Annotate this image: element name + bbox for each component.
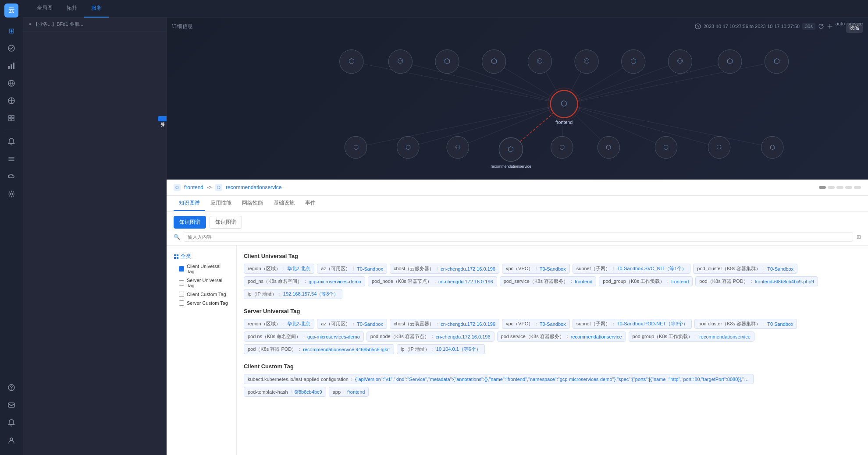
filter-item-client-custom[interactable]: Client Custom Tag [167,290,236,299]
srv-tag-ip: ip（IP 地址）：10.104.0.1（等6个） [397,344,485,354]
srv-tag-pod-node: pod node（K8s 容器节点）：cn-chengdu.172.16.0.1… [366,332,494,342]
svg-line-32 [564,104,719,148]
tag-vpc: vpc（VPC）：T0-Sandbox [502,264,570,274]
svg-point-14 [10,438,13,441]
svg-text:⚇: ⚇ [455,144,461,151]
sub-tab-knowledge-1[interactable]: 知识图谱 [174,216,206,229]
sidebar-icon-bell[interactable] [4,134,19,149]
svg-text:⬡: ⬡ [559,144,565,151]
service-path-arrow: -> [207,184,212,190]
filter-checkbox-3 [179,292,184,297]
pagination-dots [819,186,861,189]
graph-svg: ⬡ ⚇ ⬡ ⬡ ⚇ ⚇ ⬡ ⚇ ⬡ ⬡ ⬡ frontend [167,18,868,180]
detail-bottom: ⬡ frontend -> ⬡ recommendationservice [167,180,868,455]
filter-panel: 全类 Client Universal Tag Server Universal… [167,246,237,455]
client-custom-tag-title: Client Custom Tag [244,363,861,370]
client-universal-tag-section: Client Universal Tag region（区域）：华北2-北京 a… [244,253,861,299]
client-universal-tag-row-3: ip（IP 地址）：192.168.157.54（等8个） [244,289,861,299]
sidebar-icon-notification[interactable] [4,415,19,430]
left-panel-header: ✦ 【业务...】BFd1 业服... [23,18,166,32]
left-panel: ✦ 【业务...】BFd1 业服... 服务 [23,18,167,455]
sidebar-icon-globe[interactable] [4,93,19,109]
custom-tag-app: app：frontend [329,387,369,397]
tab-quanjutu[interactable]: 全局图 [30,0,60,18]
svg-text:⬡: ⬡ [770,144,775,151]
custom-tag-pod-template-hash: pod-template-hash：6f8b8cb4bc9 [244,387,326,397]
pagination-dot-1[interactable] [819,186,826,189]
sidebar-icon-cloud[interactable] [4,169,19,184]
graph-header: 详细信息 [172,23,193,30]
graph-timestamp: 2023-10-17 10:27:56 to 2023-10-17 10:27:… [695,23,833,30]
sidebar-icon-plugin[interactable] [4,110,19,126]
server-universal-tag-row-1: region（区域）：华北2-北京 az（可用区）：T0-Sandbox cho… [244,319,861,329]
svg-text:⚇: ⚇ [677,57,683,65]
pagination-dot-4[interactable] [845,186,852,189]
srv-tag-pod-group: pod group（K8s 工作负载）：recommendationservic… [629,332,754,342]
tag-pod-service: pod_service（K8s 容器服务）：frontend [500,276,597,286]
sidebar-icon-monitor[interactable] [4,40,19,56]
srv-tag-pod-cluster: pod cluster（K8s 容器集群）：T0 Sandbox [694,319,797,329]
sidebar-icon-list[interactable] [4,151,19,167]
srv-tag-pod-ns: pod ns（K8s 命名空间）：gcp-microservices-demo [244,332,364,342]
svg-text:⚇: ⚇ [397,57,403,65]
pagination-dot-2[interactable] [828,186,835,189]
svg-text:frontend: frontend [555,120,573,125]
srv-tag-vpc: vpc（VPC）：T0-Sandbox [502,319,570,329]
svg-rect-81 [177,257,178,259]
svg-rect-78 [174,254,176,256]
svg-text:⬡: ⬡ [349,57,355,65]
sidebar-icon-help[interactable] [4,380,19,395]
svg-text:⬡: ⬡ [406,144,411,151]
tab-knowledge-graph[interactable]: 知识图谱 [174,196,205,211]
sidebar-icon-network[interactable] [4,75,19,91]
filter-item-client-universal[interactable]: Client Universal Tag [167,262,236,276]
tag-region: region（区域）：华北2-北京 [244,264,314,274]
srv-tag-subnet: subnet（子网）：T0-Sandbox.POD-NET（等3个） [573,319,692,329]
main-area: 全局图 拓扑 服务 ✦ 【业务...】BFd1 业服... 服务 详细信息 [23,0,868,455]
client-custom-tag-row-1: kubectl.kubernetes.io/last-applied-confi… [244,374,861,384]
search-input[interactable] [184,232,853,242]
svg-point-10 [11,193,13,195]
svg-rect-6 [9,116,11,118]
tab-tuopu[interactable]: 拓扑 [60,0,84,18]
pagination-dot-5[interactable] [854,186,861,189]
filter-checkbox-4 [179,300,184,306]
srv-tag-az: az（可用区）：T0-Sandbox [317,319,387,329]
sub-tab-knowledge-2[interactable]: 知识图谱 [210,216,242,229]
filter-item-server-universal[interactable]: Server Universal Tag [167,276,236,290]
svg-text:⚇: ⚇ [583,57,590,65]
sidebar-icon-chart[interactable] [4,58,19,74]
sidebar-icon-home[interactable]: ⊞ [4,23,19,39]
search-icon: 🔍 [174,234,180,240]
tab-infra[interactable]: 基础设施 [268,196,300,211]
svg-text:⬡: ⬡ [561,99,567,108]
top-nav-tabs: 全局图 拓扑 服务 [30,0,109,18]
tag-pod-ns: pod_ns（K8s 命名空间）：gcp-microservices-demo [244,276,365,286]
tab-network-perf[interactable]: 网络性能 [237,196,268,211]
svg-rect-3 [13,63,14,69]
svg-text:⚇: ⚇ [537,57,543,65]
tab-events[interactable]: 事件 [300,196,321,211]
filter-item-server-custom[interactable]: Server Custom Tag [167,299,236,307]
detail-content: 全类 Client Universal Tag Server Universal… [167,246,868,455]
srv-tag-pod: pod（K8s 容器 POD）：recommendationservice·94… [244,344,394,354]
client-custom-tag-row-2: pod-template-hash：6f8b8cb4bc9 app：fronte… [244,387,861,397]
svg-text:recommendationservice: recommendationservice [491,164,531,169]
svg-line-27 [408,104,564,148]
sidebar-icon-message[interactable] [4,397,19,413]
side-panel-badge[interactable]: 服务 [158,116,167,121]
tab-fuwu[interactable]: 服务 [84,0,109,18]
tag-ip: ip（IP 地址）：192.168.157.54（等8个） [244,289,342,299]
pagination-dot-3[interactable] [836,186,843,189]
sidebar-logo[interactable]: 云 [4,4,18,18]
svg-text:⬡: ⬡ [630,57,637,65]
view-toggle-icon[interactable]: ⊞ [857,234,861,240]
server-universal-tag-title: Server Universal Tag [244,308,861,314]
collapse-button[interactable]: 收缩 [846,23,863,33]
client-custom-tag-section: Client Custom Tag kubectl.kubernetes.io/… [244,363,861,397]
tab-app-perf[interactable]: 应用性能 [205,196,237,211]
sidebar-icon-user[interactable] [4,432,19,448]
sidebar-icon-settings[interactable] [4,186,19,202]
tag-chost: chost（云服务器）：cn-chengdu.172.16.0.196 [390,264,499,274]
client-universal-tag-title: Client Universal Tag [244,253,861,259]
